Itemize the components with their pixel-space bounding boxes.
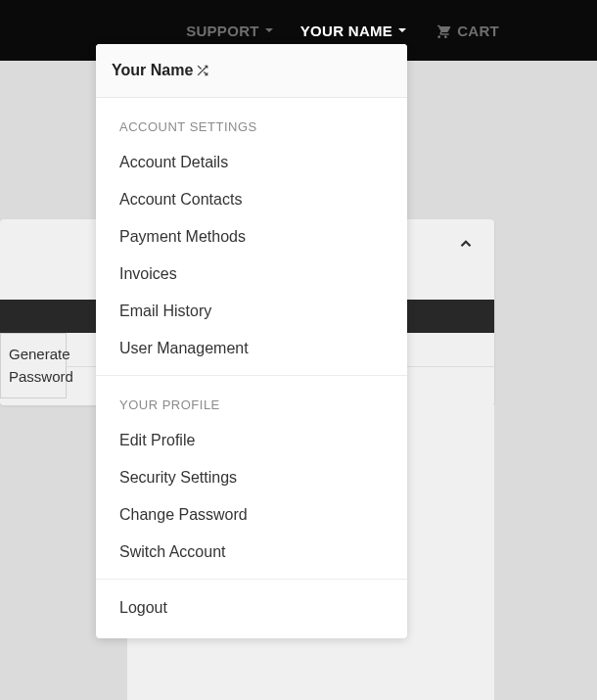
your-profile-label: YOUR PROFILE — [96, 384, 407, 422]
account-dropdown: Your Name ACCOUNT SETTINGS Account Detai… — [96, 44, 407, 638]
menu-change-password[interactable]: Change Password — [96, 496, 407, 534]
support-menu[interactable]: SUPPORT — [186, 23, 273, 39]
menu-edit-profile[interactable]: Edit Profile — [96, 422, 407, 459]
cart-link[interactable]: CART — [434, 23, 499, 39]
menu-security-settings[interactable]: Security Settings — [96, 459, 407, 496]
menu-logout[interactable]: Logout — [96, 589, 407, 627]
shuffle-icon[interactable] — [195, 63, 210, 78]
cart-label: CART — [457, 23, 499, 39]
menu-payment-methods[interactable]: Payment Methods — [96, 218, 407, 256]
menu-email-history[interactable]: Email History — [96, 293, 407, 330]
menu-account-contacts[interactable]: Account Contacts — [96, 181, 407, 218]
dropdown-header-name: Your Name — [112, 62, 193, 79]
account-settings-section: ACCOUNT SETTINGS Account Details Account… — [96, 98, 407, 376]
account-settings-label: ACCOUNT SETTINGS — [96, 106, 407, 144]
your-name-label: YOUR NAME — [300, 23, 392, 39]
menu-switch-account[interactable]: Switch Account — [96, 534, 407, 571]
dropdown-header: Your Name — [96, 44, 407, 98]
your-name-menu[interactable]: YOUR NAME — [300, 23, 406, 39]
your-profile-section: YOUR PROFILE Edit Profile Security Setti… — [96, 376, 407, 580]
logout-section: Logout — [96, 580, 407, 638]
menu-account-details[interactable]: Account Details — [96, 144, 407, 181]
caret-down-icon — [265, 28, 273, 32]
caret-down-icon — [398, 28, 406, 32]
cart-icon — [434, 23, 451, 38]
menu-invoices[interactable]: Invoices — [96, 256, 407, 293]
menu-user-management[interactable]: User Management — [96, 330, 407, 367]
support-label: SUPPORT — [186, 23, 259, 39]
